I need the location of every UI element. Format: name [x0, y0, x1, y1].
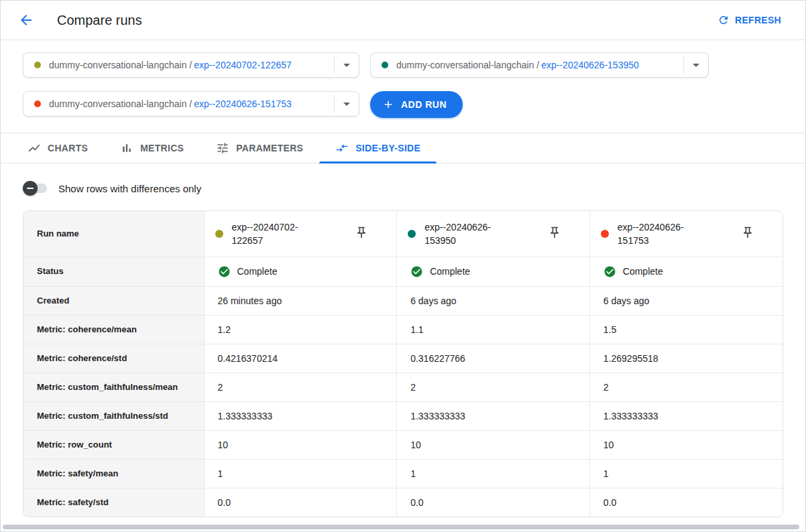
status-text: Complete [623, 265, 663, 277]
run-header-cell: exp--20240626-153950 [397, 211, 590, 257]
table-row: Metric: safety/std 0.0 0.0 0.0 [23, 488, 783, 517]
row-label: Metric: custom_faithfulness/mean [23, 373, 204, 401]
page-title: Compare runs [57, 13, 142, 28]
run-selector-dropdown[interactable] [334, 95, 356, 113]
arrow-drop-down-icon [688, 57, 704, 73]
row-label: Created [23, 286, 204, 315]
cell-value: 10 [397, 430, 590, 459]
run-color-dot [34, 101, 41, 107]
run-selector-dropdown[interactable] [334, 56, 356, 74]
cell-value: 0.0 [397, 488, 590, 517]
complete-check-icon [410, 265, 423, 278]
run-link[interactable]: exp--20240626-151753 [194, 98, 292, 109]
experiment-prefix: dummy-conversational-langchain / [49, 60, 192, 70]
header: Compare runs REFRESH [1, 1, 805, 40]
cell-value: 2 [204, 373, 397, 401]
run-color-dot [34, 62, 41, 68]
complete-check-icon [218, 265, 231, 278]
compare-arrows-icon [335, 141, 349, 155]
pin-button[interactable] [546, 224, 563, 243]
table-row-status: Status Complete Complete [23, 257, 783, 286]
plus-icon [382, 98, 394, 111]
table-row: Metric: row_count 10 10 10 [23, 430, 783, 459]
arrow-back-icon [18, 12, 34, 28]
status-cell: Complete [589, 257, 783, 286]
cell-value: 10 [204, 430, 397, 459]
status-text: Complete [237, 265, 278, 277]
run-name: exp--20240702-122657 [232, 220, 321, 247]
run-color-dot [601, 230, 609, 238]
run-color-dot [408, 230, 416, 238]
cell-value: 1.269295518 [589, 344, 783, 373]
toggle-label: Show rows with differences only [58, 183, 201, 194]
run-selector-text: dummy-conversational-langchain /exp--202… [49, 60, 292, 70]
run-selectors: dummy-conversational-langchain /exp--202… [1, 40, 805, 133]
comparison-table: Run name exp--20240702-122657 [23, 211, 783, 517]
tab-bar: CHARTS METRICS PARAMETERS SIDE-BY-SIDE [1, 133, 805, 163]
pin-button[interactable] [740, 224, 756, 243]
status-text: Complete [430, 265, 470, 277]
tab-side-by-side[interactable]: SIDE-BY-SIDE [319, 133, 437, 163]
cell-value: 26 minutes ago [204, 286, 397, 315]
experiment-prefix: dummy-conversational-langchain / [49, 98, 192, 109]
run-header-cell: exp--20240702-122657 [204, 211, 397, 257]
run-selector-text: dummy-conversational-langchain /exp--202… [49, 98, 292, 109]
differences-toggle[interactable] [23, 181, 48, 196]
run-selector-1[interactable]: dummy-conversational-langchain /exp--202… [23, 52, 359, 78]
table-row: Metric: coherence/mean 1.2 1.1 1.5 [23, 315, 783, 344]
run-color-dot [215, 230, 223, 238]
table-header-row: Run name exp--20240702-122657 [23, 211, 783, 257]
run-selector-dropdown[interactable] [683, 56, 705, 74]
cell-value: 1 [589, 459, 783, 488]
tab-charts[interactable]: CHARTS [11, 133, 104, 163]
pin-icon [548, 226, 561, 239]
tab-label: PARAMETERS [236, 143, 303, 153]
refresh-icon [717, 14, 730, 26]
back-button[interactable] [17, 11, 36, 29]
tab-metrics[interactable]: METRICS [104, 133, 200, 163]
refresh-label: REFRESH [735, 15, 781, 25]
bar-chart-icon [120, 141, 133, 155]
tab-parameters[interactable]: PARAMETERS [200, 133, 319, 163]
run-selector-3[interactable]: dummy-conversational-langchain /exp--202… [23, 91, 359, 117]
refresh-button[interactable]: REFRESH [717, 14, 781, 26]
table-row: Created 26 minutes ago 6 days ago 6 days… [23, 286, 783, 315]
status-cell: Complete [204, 257, 397, 286]
corner-header: Run name [23, 211, 204, 257]
cell-value: 1.333333333 [589, 401, 783, 430]
cell-value: 1 [397, 459, 590, 488]
run-link[interactable]: exp--20240702-122657 [194, 60, 292, 70]
cell-value: 1.5 [589, 315, 783, 344]
cell-value: 1.333333333 [204, 401, 397, 430]
comparison-table-container: Run name exp--20240702-122657 [23, 210, 783, 517]
run-name: exp--20240626-153950 [424, 220, 513, 247]
run-header-cell: exp--20240626-151753 [589, 211, 783, 257]
add-run-button[interactable]: ADD RUN [370, 91, 463, 118]
tab-label: SIDE-BY-SIDE [355, 143, 420, 153]
table-row: Metric: custom_faithfulness/mean 2 2 2 [23, 373, 783, 401]
horizontal-scrollbar-thumb[interactable] [3, 525, 799, 529]
cell-value: 0.316227766 [397, 344, 590, 373]
row-label: Metric: row_count [23, 430, 204, 459]
row-label: Metric: coherence/std [23, 344, 204, 373]
run-link[interactable]: exp--20240626-153950 [541, 60, 639, 70]
row-label: Metric: safety/mean [23, 459, 204, 488]
run-name: exp--20240626-151753 [618, 220, 706, 247]
cell-value: 0.4216370214 [204, 344, 397, 373]
pin-button[interactable] [353, 224, 369, 243]
minus-icon [27, 188, 34, 189]
tune-icon [216, 141, 229, 155]
table-row: Metric: coherence/std 0.4216370214 0.316… [23, 344, 783, 373]
row-label: Metric: coherence/mean [23, 315, 204, 344]
complete-check-icon [603, 265, 616, 278]
row-label: Metric: safety/std [23, 488, 204, 517]
run-selector-2[interactable]: dummy-conversational-langchain /exp--202… [370, 52, 709, 78]
cell-value: 6 days ago [589, 286, 783, 315]
cell-value: 1.1 [397, 315, 590, 344]
pin-icon [741, 226, 754, 239]
toggle-knob [23, 181, 38, 196]
table-row: Metric: safety/mean 1 1 1 [23, 459, 783, 488]
table-row: Metric: custom_faithfulness/std 1.333333… [23, 401, 783, 430]
pin-icon [355, 226, 368, 239]
tab-label: CHARTS [48, 143, 88, 153]
